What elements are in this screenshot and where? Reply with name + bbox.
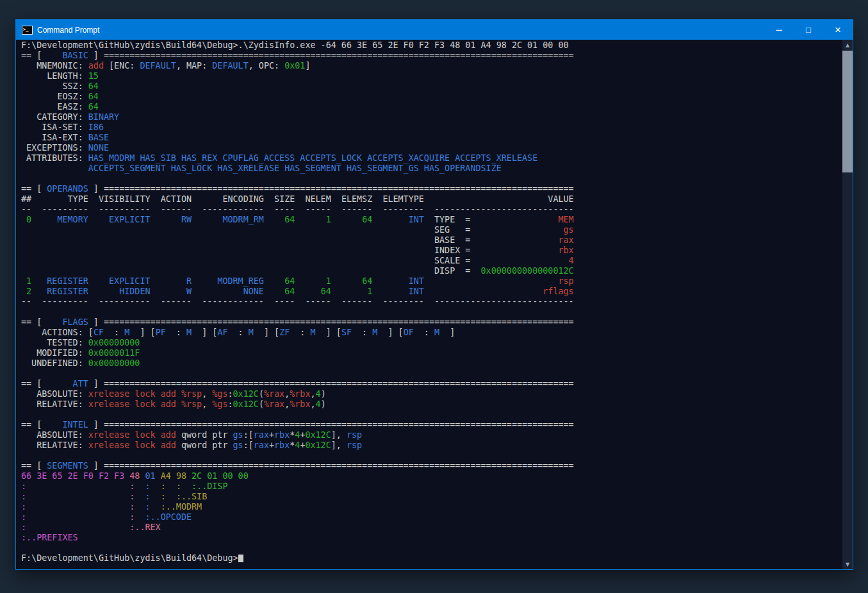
text-run: 64 xyxy=(362,276,372,286)
text-run: ---- xyxy=(274,205,295,214)
console-line: 1 REGISTER EXPLICIT R MODRM_REG 64 1 64 … xyxy=(21,276,841,287)
text-run: : xyxy=(129,502,135,512)
console-line: ## TYPE VISIBILITY ACTION ENCODING SIZE … xyxy=(21,194,841,205)
text-run: :[ xyxy=(243,440,254,450)
minimize-icon: ─ xyxy=(776,25,782,35)
scroll-up-button[interactable]: ▲ xyxy=(842,40,853,50)
minimize-button[interactable]: ─ xyxy=(764,20,794,40)
text-run: ========================================… xyxy=(104,51,574,60)
text-run: NONE xyxy=(243,287,264,296)
console-line: SEG = gs xyxy=(21,225,841,235)
text-run: ------------ xyxy=(202,205,264,214)
text-run: : xyxy=(414,328,434,337)
text-run: -------- xyxy=(382,297,424,306)
text-run: SCALE = xyxy=(434,256,470,265)
text-run: M xyxy=(249,328,254,337)
text-run: ---- xyxy=(274,297,295,306)
console-line: ACTIONS: [CF : M ] [PF : M ] [AF : M ] [… xyxy=(21,328,841,338)
text-run: , MAP: xyxy=(176,61,212,71)
text-run: M xyxy=(434,328,439,337)
text-run: 48 xyxy=(129,471,140,481)
text-run: BASE = xyxy=(434,235,470,245)
text-run: ACTION xyxy=(161,194,192,204)
text-run: [ENC: xyxy=(104,61,140,71)
text-run: : xyxy=(166,328,186,337)
text-run: :..SIB xyxy=(176,492,207,501)
text-run: :..REX xyxy=(129,522,160,532)
text-run: , xyxy=(202,389,212,399)
text-run: 64 xyxy=(321,287,331,296)
text-run: MODRM_RM xyxy=(222,215,264,224)
cmd-icon: >_ xyxy=(22,26,33,35)
text-run: DEFAULT xyxy=(140,61,176,71)
console-line: 66 3E 65 2E F0 F2 F3 48 01 A4 98 2C 01 0… xyxy=(21,471,841,481)
text-run: BASE xyxy=(88,133,109,142)
text-run: ------ xyxy=(341,297,372,306)
scrollbar[interactable]: ▲ ▼ xyxy=(842,40,853,569)
console-line xyxy=(21,307,841,317)
text-run: 0x0000011F xyxy=(88,348,140,358)
text-run: ) xyxy=(321,389,326,399)
text-run: ] [ xyxy=(377,328,403,337)
console-line xyxy=(21,451,841,461)
console-line: == [ ATT ] =============================… xyxy=(21,379,841,389)
text-run: ( xyxy=(259,389,264,399)
text-run: 0x000000000000012C xyxy=(481,266,574,276)
text-run: rflags xyxy=(543,287,573,296)
text-run: == [ xyxy=(21,420,47,430)
text-run: INTEL xyxy=(47,420,88,430)
text-cursor xyxy=(238,555,243,562)
scroll-down-button[interactable]: ▼ xyxy=(842,559,853,569)
text-run: ========================================… xyxy=(104,461,574,471)
text-run: gs xyxy=(233,430,243,440)
text-run: ATTRIBUTES: xyxy=(21,153,88,163)
text-run: INT xyxy=(409,276,424,286)
text-run: : xyxy=(104,328,124,337)
text-run: 0x12C xyxy=(305,430,331,440)
text-run: : xyxy=(21,492,26,501)
text-run: ( xyxy=(259,399,264,409)
text-run: ] [ xyxy=(192,328,217,337)
console-line: : :..REX xyxy=(21,522,841,533)
text-run: : xyxy=(228,389,233,399)
text-run: , xyxy=(202,399,212,409)
text-run: == [ xyxy=(21,51,47,60)
text-run: rsp xyxy=(558,276,573,286)
titlebar[interactable]: >_ Command Prompt ─ □ × xyxy=(16,20,853,40)
text-run: xrelease lock add %rsp xyxy=(88,389,202,399)
text-run: ISA-SET: xyxy=(21,122,88,132)
text-run: 0x01 xyxy=(284,61,305,71)
scroll-thumb[interactable] xyxy=(842,51,853,172)
console-line: INDEX = rbx xyxy=(21,246,841,256)
console[interactable]: F:\Development\GitHub\zydis\Build64\Debu… xyxy=(16,40,853,569)
text-run: xrelease lock add xyxy=(88,430,176,440)
text-run: : xyxy=(161,481,166,491)
text-run: ABSOLUTE: xyxy=(21,389,88,399)
text-run: EASZ: xyxy=(21,102,88,112)
text-run: rsp xyxy=(347,430,362,440)
text-run: LENGTH: xyxy=(21,71,88,81)
text-run: : xyxy=(161,492,166,501)
text-run: --------- xyxy=(42,297,88,306)
text-run: INT xyxy=(409,215,424,224)
close-button[interactable]: × xyxy=(823,20,853,40)
maximize-button[interactable]: □ xyxy=(794,20,823,40)
console-line: EOSZ: 64 xyxy=(21,92,841,102)
text-run: 2C 01 00 00 xyxy=(192,471,249,481)
text-run: ---------- xyxy=(99,205,151,214)
text-run: MODRM_REG xyxy=(217,276,264,286)
console-line xyxy=(21,174,841,184)
text-run: 0x00000000 xyxy=(88,338,140,347)
text-run: , xyxy=(311,389,316,399)
text-run: VISIBILITY xyxy=(99,194,151,204)
text-run: == [ xyxy=(21,461,47,471)
console-content: F:\Development\GitHub\zydis\Build64\Debu… xyxy=(21,40,841,564)
text-run: 0x12C xyxy=(233,389,259,399)
window-controls: ─ □ × xyxy=(764,20,853,40)
text-run: OF xyxy=(404,328,414,337)
text-run: RW xyxy=(181,215,192,224)
console-line: MODIFIED: 0x0000011F xyxy=(21,348,841,358)
maximize-icon: □ xyxy=(806,25,811,35)
text-run: : xyxy=(228,328,249,337)
text-run: gs xyxy=(564,225,574,235)
